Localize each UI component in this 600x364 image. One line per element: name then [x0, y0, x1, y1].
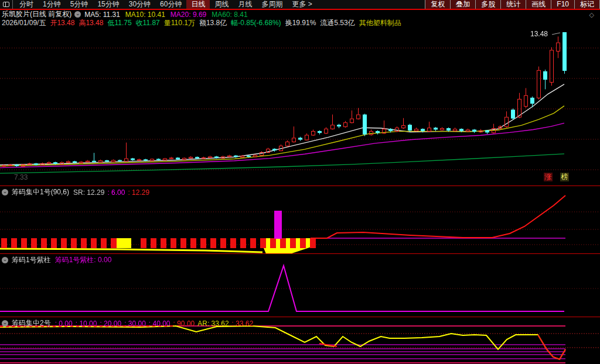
panel-value: : 33.62: [232, 320, 254, 328]
panel-title: 筹码集中2号: [12, 318, 51, 328]
bang-badge[interactable]: 榜: [560, 173, 569, 181]
ma-values: MA5: 11.31MA10: 10.41MA20: 9.69MA60: 8.4…: [84, 11, 253, 19]
menu-item-1分钟[interactable]: 1分钟: [38, 0, 66, 9]
panel-value: : 0.00: [55, 320, 73, 328]
app-window: 分时1分钟5分钟15分钟30分钟60分钟日线周线月线多周期更多 > 复权叠加多股…: [0, 0, 600, 364]
ma-value: MA10: 10.41: [125, 11, 165, 19]
diamond-marker-icon: ◇: [589, 12, 594, 18]
period-menu: 分时1分钟5分钟15分钟30分钟60分钟日线周线月线多周期更多 >: [13, 0, 317, 9]
panel-value: : 10.00: [76, 320, 97, 328]
ma-value: MA60: 8.41: [212, 11, 247, 19]
quote-stat: 2026/01/09/五: [2, 18, 46, 28]
chevron-down-circle-icon[interactable]: ⌄: [74, 11, 81, 18]
menu-item-5分钟[interactable]: 5分钟: [66, 0, 93, 9]
panel-value: SR: 12.29: [73, 188, 104, 197]
quote-stat: 幅-0.85(-6.68%): [231, 18, 281, 28]
toolbar-button-统计[interactable]: 统计: [501, 0, 526, 9]
ma-value: MA5: 11.31: [84, 11, 120, 19]
collapse-icon[interactable]: ⌄: [2, 257, 8, 263]
zhang-badge[interactable]: 涨: [544, 173, 553, 181]
quote-stat: 量110.1万: [164, 18, 195, 28]
quote-stat: 流通5.53亿: [320, 18, 354, 28]
main-chart[interactable]: 13.48 7.33 涨 榜: [0, 28, 600, 186]
menu-item-60分钟[interactable]: 60分钟: [155, 0, 186, 9]
quote-stat: 额13.8亿: [199, 18, 227, 28]
toolbar-button-复权[interactable]: 复权: [425, 0, 451, 9]
panel-title: 筹码1号紫柱: [12, 255, 51, 265]
candlestick-canvas[interactable]: [0, 28, 600, 186]
indicator-panel-1[interactable]: ⌄筹码集中1号(90,6)SR: 12.29: 6.00: 12.29: [0, 186, 600, 253]
menu-item-月线[interactable]: 月线: [233, 0, 257, 9]
toolbar-button-多股[interactable]: 多股: [476, 0, 501, 9]
panel-value: : 12.29: [128, 188, 149, 197]
quote-stat: 低11.75: [107, 18, 131, 28]
indicator-panel-3[interactable]: ⌄筹码集中2号: 0.00: 10.00: 20.00: 30.00: 40.0…: [0, 317, 600, 364]
last-price-label: 13.48: [530, 30, 548, 38]
panel-title: 筹码集中1号(90,6): [12, 187, 69, 197]
panel-value: : 20.00: [100, 320, 121, 328]
title-row: 乐凯胶片(日线 前复权) ⌄ MA5: 11.31MA10: 10.41MA20…: [0, 10, 600, 19]
panel-value: : 90.00: [173, 320, 195, 328]
indicator-panel-2[interactable]: ⌄筹码1号紫柱筹码1号紫柱: 0.00: [0, 253, 600, 317]
collapse-icon[interactable]: ⌄: [2, 320, 8, 327]
menu-item-更多 >[interactable]: 更多 >: [287, 0, 316, 9]
period-toolbar: 分时1分钟5分钟15分钟30分钟60分钟日线周线月线多周期更多 > 复权叠加多股…: [0, 0, 600, 10]
panel-value: 筹码1号紫柱: 0.00: [55, 255, 112, 265]
quote-stat: 收11.87: [136, 18, 160, 28]
menu-item-15分钟[interactable]: 15分钟: [93, 0, 124, 9]
panel2-header: ⌄筹码1号紫柱筹码1号紫柱: 0.00: [2, 255, 114, 265]
stock-title: 乐凯胶片(日线 前复权): [2, 9, 71, 19]
toolbar-buttons: 复权叠加多股统计画线F10标记: [425, 0, 600, 9]
menu-item-日线[interactable]: 日线: [186, 0, 210, 9]
panel-value: AR: 33.62: [197, 320, 229, 328]
quote-stat: 换19.91%: [285, 18, 316, 28]
stock-list-icon[interactable]: [0, 0, 13, 9]
panel1-header: ⌄筹码集中1号(90,6)SR: 12.29: 6.00: 12.29: [2, 187, 152, 197]
panel-value: : 6.00: [107, 188, 125, 197]
panel3-header: ⌄筹码集中2号: 0.00: 10.00: 20.00: 30.00: 40.0…: [2, 318, 256, 328]
toolbar-button-叠加[interactable]: 叠加: [451, 0, 476, 9]
min-price-label: 7.33: [14, 173, 28, 181]
quote-stat: 其他塑料制品: [359, 18, 401, 28]
toolbar-button-F10[interactable]: F10: [551, 0, 575, 9]
menu-item-周线[interactable]: 周线: [210, 0, 233, 9]
stock-list-icon-glyph: [3, 2, 9, 7]
panel-value: : 40.00: [149, 320, 171, 328]
panel-value: : 30.00: [124, 320, 146, 328]
menu-item-多周期[interactable]: 多周期: [257, 0, 287, 9]
quote-stat: 开13.48: [50, 18, 74, 28]
menu-item-分时[interactable]: 分时: [15, 0, 38, 9]
quote-stat: 高13.48: [79, 18, 103, 28]
quote-info-row: 2026/01/09/五开13.48高13.48低11.75收11.87量110…: [0, 19, 600, 28]
toolbar-button-画线[interactable]: 画线: [526, 0, 551, 9]
menu-item-30分钟[interactable]: 30分钟: [124, 0, 155, 9]
collapse-icon[interactable]: ⌄: [2, 189, 8, 195]
toolbar-button-标记[interactable]: 标记: [575, 0, 600, 9]
ma-value: MA20: 9.69: [171, 11, 206, 19]
